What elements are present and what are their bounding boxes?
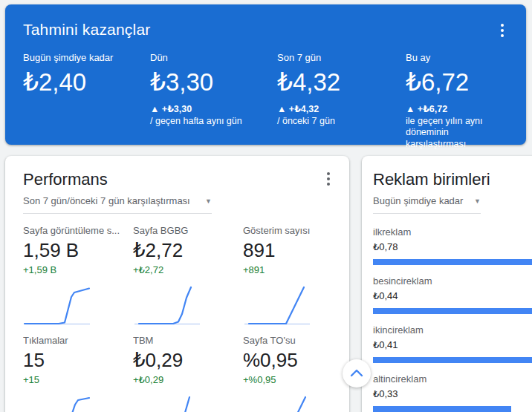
metric-label: TBM — [133, 334, 243, 347]
sparkline-chart — [23, 286, 91, 327]
metric-value: 891 — [243, 238, 353, 263]
performance-date-filter[interactable]: Son 7 gün/önceki 7 gün karşılaştırması ▼ — [23, 195, 212, 214]
metric-value: 1,59 B — [23, 238, 133, 263]
earnings-value: ₺4,32 — [277, 65, 406, 99]
metrics-grid: Sayfa görüntüleme s... 1,59 B +1,59 B Sa… — [23, 224, 334, 412]
sparkline-chart — [133, 396, 201, 412]
ad-unit-bar — [373, 357, 532, 363]
metric-value: ₺2,72 — [133, 238, 243, 263]
earnings-delta-desc: / geçen hafta aynı gün — [150, 116, 277, 128]
metric-label: Tıklamalar — [23, 334, 133, 347]
scroll-to-top-button[interactable] — [343, 359, 371, 388]
ad-unit-name: ilkreklam — [373, 226, 532, 239]
metric-value: %0,95 — [243, 347, 353, 373]
metric-value: 15 — [23, 347, 133, 373]
metric-value: ₺0,29 — [133, 347, 243, 373]
sparkline-chart — [23, 396, 91, 412]
ad-unit-row: besincireklam ₺0,44 — [373, 275, 532, 314]
ad-unit-bar — [373, 406, 511, 412]
metric-impressions: Gösterim sayısı 891 +891 — [243, 224, 353, 327]
dropdown-arrow-icon: ▼ — [205, 197, 212, 205]
metric-clicks: Tıklamalar 15 +15 — [23, 334, 133, 412]
earnings-delta: ▲ +₺3,30 — [150, 104, 277, 116]
metric-label: Sayfa BGBG — [133, 224, 243, 237]
estimated-earnings-card: Tahmini kazançlar Bugün şimdiye kadar ₺2… — [5, 4, 526, 145]
earnings-label: Bu ay — [406, 51, 508, 64]
sparkline-chart — [243, 286, 311, 327]
kebab-menu-icon[interactable] — [322, 169, 334, 189]
sparkline-chart — [243, 396, 311, 412]
earnings-value: ₺6,72 — [406, 65, 508, 99]
earnings-label: Son 7 gün — [277, 51, 406, 64]
metric-cpc: TBM ₺0,29 +₺0,29 — [133, 334, 243, 412]
ad-unit-earnings: ₺0,78 — [373, 240, 532, 255]
ad-unit-bar — [373, 259, 532, 265]
dropdown-arrow-icon: ▼ — [474, 197, 481, 205]
earnings-delta-desc: ile geçen yılın aynı döneminin karşılaşt… — [406, 116, 508, 151]
performance-title: Performans — [23, 169, 108, 189]
metric-label: Gösterim sayısı — [243, 224, 353, 237]
earnings-delta: ▲ +₺4,32 — [277, 104, 406, 116]
earnings-value: ₺3,30 — [150, 65, 277, 99]
adsense-dashboard: Tahmini kazançlar Bugün şimdiye kadar ₺2… — [0, 0, 532, 412]
kebab-menu-icon[interactable] — [496, 21, 508, 40]
earnings-col-today: Bugün şimdiye kadar ₺2,40 — [23, 51, 150, 150]
metric-label: Sayfa TO'su — [243, 334, 353, 347]
metric-delta: +%0,95 — [243, 373, 353, 386]
ad-unit-name: ikincireklam — [373, 324, 532, 337]
metric-page-ctr: Sayfa TO'su %0,95 +%0,95 — [243, 334, 353, 412]
earnings-col-last7: Son 7 gün ₺4,32 ▲ +₺4,32 / önceki 7 gün — [277, 51, 406, 150]
earnings-columns: Bugün şimdiye kadar ₺2,40 Dün ₺3,30 ▲ +₺… — [23, 51, 508, 150]
chevron-up-icon — [343, 359, 371, 388]
earnings-delta: ▲ +₺6,72 — [406, 104, 508, 116]
sparkline-chart — [133, 286, 201, 327]
filter-label: Son 7 gün/önceki 7 gün karşılaştırması — [23, 195, 190, 206]
ad-unit-earnings: ₺0,44 — [373, 289, 532, 304]
earnings-value: ₺2,40 — [23, 65, 150, 99]
metric-delta: +1,59 B — [23, 264, 133, 276]
ad-units-date-filter[interactable]: Bugün şimdiye kadar ▼ — [373, 195, 481, 214]
ad-unit-row: ilkreklam ₺0,78 — [373, 226, 532, 265]
metric-page-rpm: Sayfa BGBG ₺2,72 +₺2,72 — [133, 224, 243, 327]
earnings-delta-desc: / önceki 7 gün — [277, 116, 406, 128]
ad-unit-name: altincireklam — [373, 373, 532, 386]
ad-units-title: Reklam birimleri — [373, 169, 490, 189]
metric-pageviews: Sayfa görüntüleme s... 1,59 B +1,59 B — [23, 224, 133, 327]
ad-unit-row: altincireklam ₺0,33 — [373, 373, 532, 412]
earnings-label: Dün — [150, 51, 277, 64]
metric-delta: +15 — [23, 373, 133, 386]
earnings-card-title: Tahmini kazançlar — [23, 21, 150, 39]
ad-unit-earnings: ₺0,41 — [373, 338, 532, 353]
metric-delta: +891 — [243, 264, 353, 276]
ad-unit-row: ikincireklam ₺0,41 — [373, 324, 532, 363]
performance-card: Performans Son 7 gün/önceki 7 gün karşıl… — [5, 156, 349, 412]
metric-label: Sayfa görüntüleme s... — [23, 224, 133, 237]
metric-delta: +₺0,29 — [133, 373, 243, 386]
earnings-label: Bugün şimdiye kadar — [23, 51, 150, 64]
ad-unit-earnings: ₺0,33 — [373, 387, 532, 402]
ad-unit-name: besincireklam — [373, 275, 532, 288]
ad-units-list: ilkreklam ₺0,78 besincireklam ₺0,44 ikin… — [373, 226, 532, 412]
ad-unit-bar — [373, 308, 532, 314]
earnings-col-yesterday: Dün ₺3,30 ▲ +₺3,30 / geçen hafta aynı gü… — [150, 51, 277, 150]
ad-units-card: Reklam birimleri Bugün şimdiye kadar ▼ i… — [362, 156, 532, 412]
metric-delta: +₺2,72 — [133, 264, 243, 276]
earnings-col-month: Bu ay ₺6,72 ▲ +₺6,72 ile geçen yılın ayn… — [406, 51, 508, 150]
filter-label: Bugün şimdiye kadar — [373, 195, 463, 206]
